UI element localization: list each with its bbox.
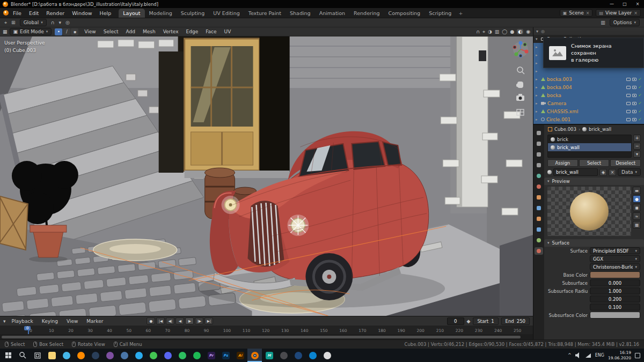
search-button[interactable] xyxy=(16,349,30,362)
taskbar-app-skype[interactable] xyxy=(59,349,74,362)
layer-check-icon[interactable]: ✓ xyxy=(638,85,642,90)
tab-output[interactable] xyxy=(535,151,543,158)
material-slot-selected[interactable]: brick_wall xyxy=(548,143,631,151)
data-source-dropdown[interactable]: Data ▾ xyxy=(618,168,641,176)
menu-timeline-view[interactable]: View xyxy=(64,317,80,325)
shading-solid-icon[interactable]: ● xyxy=(510,29,514,34)
prev-keyframe-button[interactable]: ◀| xyxy=(166,317,174,324)
menu-face[interactable]: Face xyxy=(203,28,219,35)
shading-rendered-icon[interactable]: ◉ xyxy=(526,29,530,34)
tab-material[interactable] xyxy=(535,247,543,255)
material-name-field[interactable]: brick_wall xyxy=(553,168,598,176)
menu-mesh[interactable]: Mesh xyxy=(140,28,158,35)
timeline-scrollbar[interactable] xyxy=(0,334,533,339)
overlays-toggle-icon[interactable]: ◑ xyxy=(488,29,492,34)
tab-compositing[interactable]: Compositing xyxy=(384,9,425,18)
tab-scene[interactable] xyxy=(535,172,543,180)
taskbar-app-steam[interactable] xyxy=(88,349,103,362)
taskbar-app-illustrator[interactable]: Ai xyxy=(233,349,247,362)
speaker-icon[interactable] xyxy=(575,352,581,358)
tab-shading[interactable]: Shading xyxy=(286,9,315,18)
tab-uv-editing[interactable]: UV Editing xyxy=(209,9,244,18)
deselect-button[interactable]: Deselect xyxy=(610,159,641,167)
jump-to-start-button[interactable]: |◀ xyxy=(156,317,165,324)
tab-tool[interactable] xyxy=(535,129,543,137)
tab-render[interactable] xyxy=(535,140,543,147)
snap-dropdown-icon[interactable]: ▾ xyxy=(58,20,61,25)
subsurface-field[interactable]: 0.000 xyxy=(590,279,640,286)
tab-particles[interactable] xyxy=(535,215,543,223)
menu-edit[interactable]: Edit xyxy=(26,9,42,17)
screenshot-notification[interactable]: Снимок экрана сохранен в галерею xyxy=(543,38,644,68)
expand-icon[interactable]: ▸ xyxy=(536,61,539,65)
subsurface-radius-field-1[interactable]: 0.200 xyxy=(590,295,640,302)
tool-grid-icon[interactable]: ⊞ xyxy=(11,20,16,25)
taskbar-app-edge[interactable] xyxy=(305,349,320,362)
render-visibility-icon[interactable] xyxy=(632,102,636,105)
move-view-icon[interactable] xyxy=(516,82,523,88)
taskbar-clock[interactable]: 16:19 19.06.2020 xyxy=(608,350,631,360)
menu-vertex[interactable]: Vertex xyxy=(160,28,181,35)
shading-wireframe-icon[interactable]: ◯ xyxy=(502,29,507,34)
viewport-visibility-icon[interactable] xyxy=(626,102,631,105)
preview-cube-button[interactable]: ◼ xyxy=(633,204,641,211)
breadcrumb-material[interactable]: brick_wall xyxy=(589,127,611,132)
tab-modifiers[interactable] xyxy=(535,204,543,212)
unlink-material-button[interactable]: × xyxy=(609,169,616,176)
material-slot[interactable]: brick xyxy=(548,135,631,143)
tab-texture-paint[interactable]: Texture Paint xyxy=(244,9,286,18)
edge-select-button[interactable]: / xyxy=(63,28,70,35)
menu-window[interactable]: Window xyxy=(69,9,95,17)
jump-to-end-button[interactable]: ▶| xyxy=(204,317,213,324)
zoom-icon[interactable] xyxy=(517,67,524,74)
tab-modeling[interactable]: Modeling xyxy=(145,9,177,18)
taskbar-app-telegram[interactable] xyxy=(131,349,146,362)
expand-icon[interactable]: ▸ xyxy=(536,85,539,90)
menu-add[interactable]: Add xyxy=(123,28,137,35)
current-frame-field[interactable]: 0 xyxy=(447,317,464,325)
taskbar-app-whatsapp[interactable] xyxy=(146,349,160,362)
menu-playback[interactable]: Playback xyxy=(9,317,36,325)
slot-specials-button[interactable]: ▾ xyxy=(633,151,641,158)
layer-check-icon[interactable]: ✓ xyxy=(638,93,642,98)
layer-check-icon[interactable]: ✓ xyxy=(638,117,642,122)
snap-icon[interactable]: ∩ xyxy=(476,29,480,34)
taskbar-app-blender[interactable] xyxy=(247,349,262,362)
view-object-types-icon[interactable]: ▥ xyxy=(601,20,605,25)
viewport-visibility-icon[interactable] xyxy=(626,110,631,113)
options-dropdown[interactable]: Options ▾ xyxy=(610,19,640,26)
taskbar-app-unity[interactable] xyxy=(276,349,291,362)
preview-sphere-button[interactable]: ● xyxy=(633,195,641,203)
play-reverse-button[interactable]: ◀ xyxy=(175,317,184,324)
surface-section-header[interactable]: ▾ Surface xyxy=(544,239,644,247)
perspective-toggle-icon[interactable] xyxy=(517,109,524,115)
proportional-editing-icon[interactable]: ◎ xyxy=(65,20,70,25)
outliner-row[interactable]: ▸ Camera ✓ xyxy=(533,99,644,107)
tab-sculpting[interactable]: Sculpting xyxy=(177,9,209,18)
menu-select[interactable]: Select xyxy=(101,28,121,35)
playhead[interactable]: 0 xyxy=(28,326,29,334)
view-layer-unlink-icon[interactable]: × xyxy=(634,11,638,16)
maximize-button[interactable]: □ xyxy=(618,0,631,8)
render-visibility-icon[interactable] xyxy=(632,94,636,97)
viewport-visibility-icon[interactable] xyxy=(626,94,631,97)
view-layer-selector[interactable]: ▤ View Layer × xyxy=(596,9,641,17)
tab-rendering[interactable]: Rendering xyxy=(349,9,384,18)
preview-checker-button[interactable]: ▦ xyxy=(633,221,641,228)
expand-icon[interactable]: ▸ xyxy=(536,53,539,57)
menu-edge[interactable]: Edge xyxy=(184,28,201,35)
taskbar-app-maya[interactable]: M xyxy=(262,349,276,362)
action-center-icon[interactable] xyxy=(635,353,640,358)
taskbar-app-premiere[interactable]: Pr xyxy=(204,349,218,362)
subsurface-radius-field-0[interactable]: 1.000 xyxy=(590,287,640,294)
outliner-row[interactable]: ▸ Circle.001 ✓ xyxy=(533,115,644,123)
scene-selector[interactable]: ▣ Scene × xyxy=(560,9,593,17)
add-workspace-button[interactable]: + xyxy=(456,9,465,18)
menu-keying[interactable]: Keying xyxy=(39,317,61,325)
camera-view-icon[interactable] xyxy=(516,94,524,101)
sss-method-dropdown[interactable]: Christensen-Burley ▾ xyxy=(590,263,640,270)
layer-check-icon[interactable]: ✓ xyxy=(638,77,642,82)
preview-section-header[interactable]: ▾ Preview xyxy=(544,178,644,185)
xray-toggle-icon[interactable]: ▥ xyxy=(495,29,500,34)
viewport-canvas[interactable]: User Perspective (0) Cube.003 xyxy=(0,36,533,316)
